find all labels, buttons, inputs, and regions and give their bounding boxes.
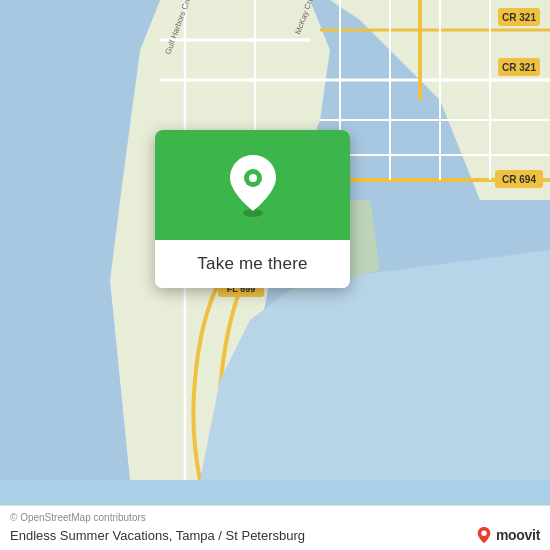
svg-point-36 — [481, 531, 486, 536]
moovit-text: moovit — [496, 527, 540, 543]
svg-text:CR 694: CR 694 — [502, 174, 536, 185]
moovit-logo: moovit — [475, 526, 540, 544]
map-container: CR 321 CR 321 CR 694 FL 699 FL 699 FL 69… — [0, 0, 550, 550]
location-pin-icon — [226, 153, 280, 217]
bottom-info: Endless Summer Vacations, Tampa / St Pet… — [10, 526, 540, 544]
moovit-pin-icon — [475, 526, 493, 544]
svg-text:CR 321: CR 321 — [502, 12, 536, 23]
copyright-text: © OpenStreetMap contributors — [10, 512, 540, 523]
svg-point-35 — [249, 174, 257, 182]
location-name: Endless Summer Vacations, Tampa / St Pet… — [10, 528, 305, 543]
popup-green-area — [155, 130, 350, 240]
svg-text:CR 321: CR 321 — [502, 62, 536, 73]
bottom-bar: © OpenStreetMap contributors Endless Sum… — [0, 505, 550, 550]
popup-card: Take me there — [155, 130, 350, 288]
take-me-there-button[interactable]: Take me there — [155, 240, 350, 288]
